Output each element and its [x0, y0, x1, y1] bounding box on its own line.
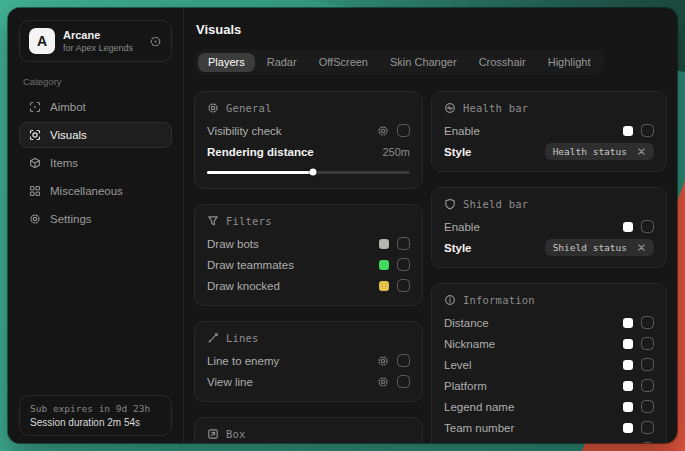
row-controls: [379, 279, 410, 292]
row-platform: Platform: [444, 375, 654, 396]
row-label-draw-bots: Draw bots: [207, 238, 259, 250]
weapon-in-hands-checkbox[interactable]: [641, 442, 654, 443]
platform-checkbox[interactable]: [641, 379, 654, 392]
page-title: Visuals: [196, 22, 667, 37]
nickname-checkbox[interactable]: [641, 337, 654, 350]
level-color-swatch[interactable]: [623, 360, 633, 370]
grid-icon: [29, 185, 41, 197]
row-label-enable: Enable: [444, 221, 480, 233]
app-name: Arcane: [63, 29, 133, 41]
clear-icon[interactable]: [637, 147, 646, 156]
style-select[interactable]: Health status: [545, 143, 654, 160]
row-style: StyleHealth status: [444, 141, 654, 162]
panel-lines: LinesLine to enemyView line: [194, 321, 423, 402]
gear-icon: [207, 102, 219, 114]
draw-bots-checkbox[interactable]: [397, 237, 410, 250]
row-level: Level: [444, 354, 654, 375]
sidebar-item-label: Aimbot: [50, 101, 86, 113]
draw-knocked-color-swatch[interactable]: [379, 281, 389, 291]
tab-players[interactable]: Players: [198, 53, 255, 72]
sidebar-item-items[interactable]: Items: [19, 150, 172, 176]
panel-header: General: [207, 102, 410, 114]
row-controls: [379, 237, 410, 250]
row-controls: [377, 375, 410, 388]
draw-teammates-checkbox[interactable]: [397, 258, 410, 271]
tab-offscreen[interactable]: OffScreen: [309, 53, 378, 72]
visibility-check-gear-icon[interactable]: [377, 125, 389, 137]
enable-checkbox[interactable]: [641, 124, 654, 137]
row-controls: [623, 400, 654, 413]
app-subtitle: for Apex Legends: [63, 43, 133, 53]
nickname-color-swatch[interactable]: [623, 339, 633, 349]
row-label-nickname: Nickname: [444, 338, 495, 350]
panel-header: Lines: [207, 332, 410, 344]
select-value: Shield status: [553, 242, 627, 253]
line-to-enemy-checkbox[interactable]: [397, 354, 410, 367]
subscription-info-card: Sub expires in 9d 23h Session duration 2…: [19, 395, 172, 436]
row-nickname: Nickname: [444, 333, 654, 354]
legend-name-checkbox[interactable]: [641, 400, 654, 413]
sidebar-item-settings[interactable]: Settings: [19, 206, 172, 232]
panel-header: Information: [444, 294, 654, 306]
tab-skin-changer[interactable]: Skin Changer: [380, 53, 467, 72]
app-logo: A: [29, 28, 55, 54]
tab-radar[interactable]: Radar: [257, 53, 307, 72]
distance-checkbox[interactable]: [641, 316, 654, 329]
slider-track[interactable]: [207, 171, 410, 174]
line-to-enemy-gear-icon[interactable]: [377, 355, 389, 367]
main-content: Visuals PlayersRadarOffScreenSkin Change…: [184, 8, 677, 443]
row-controls: [623, 316, 654, 329]
panel-title: Shield bar: [463, 198, 528, 210]
row-label-line-to-enemy: Line to enemy: [207, 355, 279, 367]
row-controls: [623, 337, 654, 350]
shield-icon: [444, 198, 456, 210]
panel-columns: GeneralVisibility checkRendering distanc…: [194, 91, 667, 443]
row-draw-knocked: Draw knocked: [207, 275, 410, 296]
panel-title: Filters: [226, 215, 272, 227]
crosshair-icon: [29, 101, 41, 113]
team-number-checkbox[interactable]: [641, 421, 654, 434]
enable-color-swatch[interactable]: [623, 222, 633, 232]
panel-shield-bar: Shield barEnableStyleShield status: [431, 187, 667, 268]
enable-color-swatch[interactable]: [623, 126, 633, 136]
row-label-legend-name: Legend name: [444, 401, 514, 413]
panel-header: Health bar: [444, 102, 654, 114]
row-label-rendering-distance: Rendering distance: [207, 146, 314, 158]
platform-color-swatch[interactable]: [623, 381, 633, 391]
sidebar-item-miscellaneous[interactable]: Miscellaneous: [19, 178, 172, 204]
level-checkbox[interactable]: [641, 358, 654, 371]
team-number-color-swatch[interactable]: [623, 423, 633, 433]
category-label: Category: [23, 76, 168, 87]
panel-filters: FiltersDraw botsDraw teammatesDraw knock…: [194, 204, 423, 306]
legend-name-color-swatch[interactable]: [623, 402, 633, 412]
draw-teammates-color-swatch[interactable]: [379, 260, 389, 270]
draw-bots-color-swatch[interactable]: [379, 239, 389, 249]
reticle-icon[interactable]: [149, 35, 162, 48]
brand-text: Arcane for Apex Legends: [63, 29, 133, 53]
row-label-draw-knocked: Draw knocked: [207, 280, 280, 292]
enable-checkbox[interactable]: [641, 220, 654, 233]
row-label-weapon-in-hands: Weapon in hands: [444, 443, 533, 444]
row-controls: [623, 220, 654, 233]
view-line-checkbox[interactable]: [397, 375, 410, 388]
style-select[interactable]: Shield status: [545, 239, 654, 256]
view-line-gear-icon[interactable]: [377, 376, 389, 388]
sidebar-item-aimbot[interactable]: Aimbot: [19, 94, 172, 120]
tab-highlight[interactable]: Highlight: [538, 53, 601, 72]
row-weapon-in-hands: Weapon in hands: [444, 438, 654, 443]
panel-general: GeneralVisibility checkRendering distanc…: [194, 91, 423, 189]
right-column: Health barEnableStyleHealth statusShield…: [431, 91, 667, 443]
visibility-check-checkbox[interactable]: [397, 124, 410, 137]
distance-color-swatch[interactable]: [623, 318, 633, 328]
draw-knocked-checkbox[interactable]: [397, 279, 410, 292]
health-icon: [444, 102, 456, 114]
row-label-visibility-check: Visibility check: [207, 125, 282, 137]
sidebar-item-visuals[interactable]: Visuals: [19, 122, 172, 148]
slider-thumb[interactable]: [309, 169, 316, 176]
sidebar-item-label: Items: [50, 157, 78, 169]
clear-icon[interactable]: [637, 243, 646, 252]
row-team-number: Team number: [444, 417, 654, 438]
row-label-team-number: Team number: [444, 422, 514, 434]
rendering-distance-slider[interactable]: [207, 167, 410, 177]
tab-crosshair[interactable]: Crosshair: [469, 53, 536, 72]
